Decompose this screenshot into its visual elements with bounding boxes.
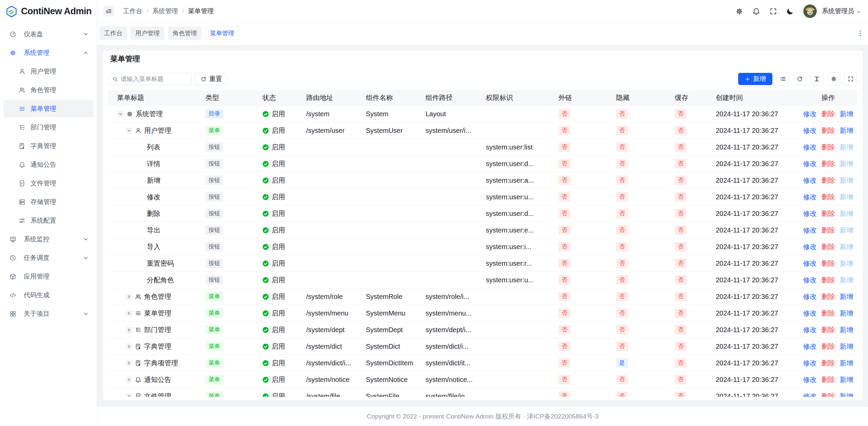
sidebar-item-code-gen[interactable]: 代码生成 <box>3 287 94 304</box>
reset-button[interactable]: 重置 <box>195 73 228 85</box>
sidebar-item-system-config[interactable]: 系统配置 <box>3 212 94 229</box>
delete-link[interactable]: 删除 <box>822 159 835 168</box>
edit-link[interactable]: 修改 <box>803 176 817 185</box>
row-expand-toggle[interactable] <box>126 293 132 300</box>
breadcrumb-item[interactable]: 系统管理 <box>152 7 178 16</box>
sidebar-item-about[interactable]: 关于项目 <box>3 305 94 322</box>
cell-type: 菜单 <box>197 292 254 301</box>
add-link[interactable]: 新增 <box>840 392 853 397</box>
view-list-button[interactable] <box>776 73 789 85</box>
sidebar-item-dashboard[interactable]: 仪表盘 <box>3 26 94 43</box>
user-menu[interactable]: 系统管理员 <box>822 7 861 16</box>
add-link[interactable]: 新增 <box>840 109 853 119</box>
edit-link[interactable]: 修改 <box>803 325 817 334</box>
edit-link[interactable]: 修改 <box>803 292 817 301</box>
search-input[interactable] <box>121 76 188 83</box>
delete-link[interactable]: 删除 <box>822 209 835 218</box>
cell-status: 启用 <box>254 126 297 135</box>
add-link[interactable]: 新增 <box>840 309 853 318</box>
delete-link[interactable]: 删除 <box>822 109 835 119</box>
delete-link[interactable]: 删除 <box>822 359 835 368</box>
add-link[interactable]: 新增 <box>840 325 853 334</box>
delete-link[interactable]: 删除 <box>822 126 835 135</box>
sidebar-item-dict-mgmt[interactable]: 字典管理 <box>3 138 94 155</box>
users-icon <box>19 87 25 94</box>
delete-link[interactable]: 删除 <box>822 375 835 384</box>
cell-cache: 否 <box>666 126 707 135</box>
column-settings-button[interactable] <box>827 73 840 85</box>
sidebar-item-system-mgmt[interactable]: 系统管理 <box>3 44 94 61</box>
row-expand-toggle[interactable] <box>117 111 124 117</box>
delete-link[interactable]: 删除 <box>822 259 835 268</box>
delete-link[interactable]: 删除 <box>822 226 835 235</box>
tab-工作台[interactable]: 工作台 <box>99 26 127 40</box>
delete-link[interactable]: 删除 <box>822 292 835 301</box>
breadcrumb-item[interactable]: 菜单管理 <box>188 7 214 16</box>
edit-link[interactable]: 修改 <box>803 192 817 202</box>
row-expand-toggle[interactable] <box>126 377 132 383</box>
fullscreen-icon[interactable] <box>769 7 777 15</box>
table-row-row-dict: 字典管理菜单启用/system/dictSystemDictsystem/dic… <box>108 338 857 355</box>
delete-link[interactable]: 删除 <box>822 242 835 251</box>
sidebar-item-system-monitor[interactable]: 系统监控 <box>3 231 94 248</box>
edit-link[interactable]: 修改 <box>803 126 817 135</box>
edit-link[interactable]: 修改 <box>803 375 817 384</box>
sidebar-collapse-button[interactable] <box>103 6 114 17</box>
tab-more-icon[interactable] <box>856 29 864 37</box>
sidebar-item-menu-mgmt[interactable]: 菜单管理 <box>3 100 94 117</box>
moon-icon[interactable] <box>786 7 794 15</box>
edit-link[interactable]: 修改 <box>803 309 817 318</box>
row-expand-toggle[interactable] <box>126 343 132 350</box>
bell-icon[interactable] <box>752 7 760 15</box>
delete-link[interactable]: 删除 <box>822 342 835 351</box>
refresh-table-button[interactable] <box>793 73 806 85</box>
add-link[interactable]: 新增 <box>840 342 853 351</box>
edit-link[interactable]: 修改 <box>803 109 817 119</box>
delete-link[interactable]: 删除 <box>822 143 835 152</box>
add-link[interactable]: 新增 <box>840 375 853 384</box>
sidebar-item-role-mgmt[interactable]: 角色管理 <box>3 82 94 99</box>
edit-link[interactable]: 修改 <box>803 242 817 251</box>
edit-link[interactable]: 修改 <box>803 259 817 268</box>
add-link[interactable]: 新增 <box>840 359 853 368</box>
edit-link[interactable]: 修改 <box>803 276 817 285</box>
delete-link[interactable]: 删除 <box>822 276 835 285</box>
settings-icon[interactable] <box>735 7 743 15</box>
avatar[interactable] <box>803 4 817 18</box>
row-expand-toggle[interactable] <box>126 127 132 134</box>
sidebar-item-storage-mgmt[interactable]: 存储管理 <box>3 194 94 210</box>
breadcrumb-item[interactable]: 工作台 <box>123 7 142 16</box>
sidebar-item-notice-mgmt[interactable]: 通知公告 <box>3 156 94 173</box>
sidebar-item-file-mgmt[interactable]: 文件管理 <box>3 175 94 192</box>
edit-link[interactable]: 修改 <box>803 359 817 368</box>
delete-link[interactable]: 删除 <box>822 325 835 334</box>
edit-link[interactable]: 修改 <box>803 209 817 218</box>
tab-菜单管理[interactable]: 菜单管理 <box>205 26 239 40</box>
add-link[interactable]: 新增 <box>840 292 853 301</box>
row-expand-toggle[interactable] <box>126 327 132 333</box>
delete-link[interactable]: 删除 <box>822 176 835 185</box>
tab-用户管理[interactable]: 用户管理 <box>131 26 164 40</box>
sidebar-item-app-mgmt[interactable]: 应用管理 <box>3 268 94 285</box>
add-button[interactable]: 新增 <box>738 73 772 85</box>
chevron-down-icon <box>83 236 89 242</box>
row-expand-toggle[interactable] <box>126 310 132 317</box>
cell-route: /system/user <box>297 127 357 135</box>
edit-link[interactable]: 修改 <box>803 342 817 351</box>
delete-link[interactable]: 删除 <box>822 392 835 397</box>
edit-link[interactable]: 修改 <box>803 159 817 168</box>
fullscreen-table-button[interactable] <box>844 73 857 85</box>
row-expand-toggle[interactable] <box>126 360 132 366</box>
tab-角色管理[interactable]: 角色管理 <box>168 26 202 40</box>
delete-link[interactable]: 删除 <box>822 309 835 318</box>
sidebar-item-job-schedule[interactable]: 任务调度 <box>3 249 94 266</box>
sidebar-item-dept-mgmt[interactable]: 部门管理 <box>3 119 94 136</box>
row-expand-toggle[interactable] <box>126 393 132 397</box>
add-link[interactable]: 新增 <box>840 126 853 135</box>
edit-link[interactable]: 修改 <box>803 392 817 397</box>
edit-link[interactable]: 修改 <box>803 143 817 152</box>
row-height-button[interactable] <box>810 73 823 85</box>
delete-link[interactable]: 删除 <box>822 192 835 202</box>
edit-link[interactable]: 修改 <box>803 226 817 235</box>
sidebar-item-user-mgmt[interactable]: 用户管理 <box>3 63 94 80</box>
